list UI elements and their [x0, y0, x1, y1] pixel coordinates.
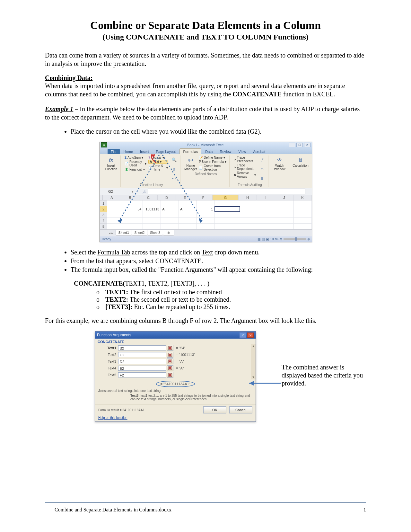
new-sheet-tab[interactable]: ✻ [163, 230, 174, 235]
tab-formulas[interactable]: Formulas [179, 148, 201, 154]
zoom-controls[interactable]: ▦ ▤ ▣ 100% ⊖ ⊕ [258, 237, 310, 241]
cell-A2[interactable] [107, 206, 125, 212]
tab-insert[interactable]: Insert [137, 149, 152, 154]
fn-formula-result: Formula result = 541001113AA1 [98, 408, 144, 412]
view-normal-icon[interactable]: ▦ [258, 237, 260, 241]
calculation-button[interactable]: 🖩 Calculation [293, 155, 308, 167]
close-button[interactable]: ✕ [304, 143, 310, 147]
col-I[interactable]: I [257, 195, 275, 200]
create-selection-button[interactable]: 📑 Create from Selection [199, 164, 227, 172]
fn-input-text1[interactable]: B2 [118, 345, 166, 350]
col-A[interactable]: A [103, 195, 121, 200]
fn-input-text5[interactable]: F2 [118, 372, 166, 377]
financial-button[interactable]: 💲Financial ▾ [125, 167, 146, 172]
math-icon[interactable]: θ [170, 165, 178, 173]
tab-view[interactable]: View [235, 149, 249, 154]
fn-scrollbar[interactable]: ▲ ▼ [251, 344, 256, 379]
view-layout-icon[interactable]: ▤ [262, 237, 265, 241]
cell-E2[interactable]: A [179, 206, 197, 212]
fn-ref-button-4[interactable] [167, 365, 173, 371]
calc-label: Calculation [293, 164, 308, 167]
show-formulas-icon[interactable]: 𝑓 [258, 155, 266, 164]
text-ref: Text [202, 249, 213, 256]
fn-help-link[interactable]: Help on this function [95, 415, 131, 421]
sheet-tab-2[interactable]: Sheet2 [132, 230, 148, 235]
view-break-icon[interactable]: ▣ [266, 237, 269, 241]
remove-arrows-button[interactable]: ✖ Remove Arrows ▾ [233, 171, 256, 179]
row-4-header[interactable]: 4 [100, 218, 107, 224]
maximize-button[interactable]: ☐ [296, 143, 303, 147]
page-footer: Combine and Separate Data Elements in Co… [55, 507, 366, 513]
trace-dependents-button[interactable]: ↘ Trace Dependents [233, 163, 256, 171]
fn-input-text2[interactable]: C2 [118, 352, 166, 357]
col-B[interactable]: B [121, 195, 139, 200]
fn-close-button[interactable]: ✕ [247, 332, 254, 338]
error-check-icon[interactable]: ⚠ [258, 165, 266, 173]
fn-label-text3: Text3 [98, 359, 118, 363]
scroll-up-icon[interactable]: ▲ [252, 344, 255, 348]
fn-ref-button-1[interactable] [167, 345, 173, 351]
zoom-in-icon[interactable]: ⊕ [307, 237, 310, 241]
tab-review[interactable]: Review [216, 149, 234, 154]
insert-function-label: Insert Function [104, 164, 118, 171]
cell-B2[interactable]: 54 [125, 206, 143, 212]
sheet-tab-1[interactable]: Sheet1 [116, 230, 132, 235]
col-D[interactable]: D [158, 195, 176, 200]
cell-F2[interactable]: 1 [197, 206, 215, 212]
col-H[interactable]: H [239, 195, 257, 200]
recently-used-button[interactable]: 📄Recently Used ▾ [125, 160, 146, 167]
minimize-button[interactable]: — [289, 143, 295, 147]
namebox-dropdown-icon[interactable]: ▾ [132, 190, 134, 194]
formula-input[interactable] [148, 189, 305, 194]
name-box[interactable]: G2 [106, 190, 131, 193]
evaluate-icon[interactable]: ⊕ [258, 174, 266, 182]
tab-file[interactable]: File [108, 149, 120, 154]
fn-label-text4: Text4 [98, 366, 118, 370]
step-1: Place the cursor on the cell where you w… [71, 128, 366, 135]
date-time-button[interactable]: 🕒Date & Time ▾ [148, 164, 168, 172]
lookup-icon[interactable]: 🔍 [170, 155, 178, 164]
svg-rect-8 [169, 354, 171, 356]
col-J[interactable]: J [275, 195, 293, 200]
zoom-out-icon[interactable]: ⊖ [280, 237, 282, 241]
fn-ref-button-5[interactable] [167, 372, 173, 378]
tab-data[interactable]: Data [202, 149, 216, 154]
row-2-header[interactable]: 2 [100, 206, 107, 212]
text-button[interactable]: AText ▾ [148, 160, 168, 164]
define-name-button[interactable]: 📝 Define Name ▾ [199, 155, 227, 160]
trace-precedents-button[interactable]: ↗ Trace Precedents [233, 155, 256, 163]
fn-input-text3[interactable]: D2 [118, 359, 166, 364]
watch-window-button[interactable]: 👁 Watch Window [272, 155, 287, 171]
col-F[interactable]: F [194, 195, 213, 200]
cell-G2-selected[interactable] [214, 206, 240, 212]
insert-function-button[interactable]: fx Insert Function [104, 155, 118, 171]
name-manager-button[interactable]: 🏷 Name Manager [184, 155, 197, 172]
col-K[interactable]: K [293, 195, 312, 200]
fn-ref-button-3[interactable] [167, 359, 173, 364]
tab-home[interactable]: Home [120, 149, 136, 154]
col-E[interactable]: E [176, 195, 194, 200]
row-3-header[interactable]: 3 [100, 212, 107, 218]
row-5-header[interactable]: 5 [100, 224, 107, 229]
sheet-tab-3[interactable]: Sheet3 [147, 230, 163, 235]
cell-C2[interactable]: 1001113 [143, 206, 161, 212]
use-in-formula-button[interactable]: f° Use in Formula ▾ [199, 160, 227, 164]
fn-ok-button[interactable]: OK [203, 406, 226, 413]
fn-cancel-button[interactable]: Cancel [229, 406, 252, 413]
logical-button[interactable]: ?Logical ▾ [148, 155, 168, 160]
scroll-down-icon[interactable]: ▼ [252, 376, 255, 379]
fn-help-button[interactable]: ? [240, 332, 246, 338]
col-G[interactable]: G [213, 195, 239, 200]
row-1-header[interactable]: 1 [100, 200, 107, 206]
more-fn-icon[interactable]: ⋯ [170, 174, 178, 182]
fn-ref-button-2[interactable] [167, 352, 173, 358]
zoom-slider[interactable] [284, 238, 306, 240]
tab-acrobat[interactable]: Acrobat [250, 149, 268, 154]
col-C[interactable]: C [139, 195, 158, 200]
select-all-corner[interactable] [100, 195, 103, 200]
formula-bar: G2 ▾ 𝑓ₓ [100, 188, 312, 195]
cell-D2[interactable]: A [161, 206, 179, 212]
autosum-button[interactable]: ΣAutoSum ▾ [125, 155, 146, 160]
fn-input-text4[interactable]: E2 [118, 366, 166, 371]
tab-page-layout[interactable]: Page Layout [153, 149, 179, 154]
